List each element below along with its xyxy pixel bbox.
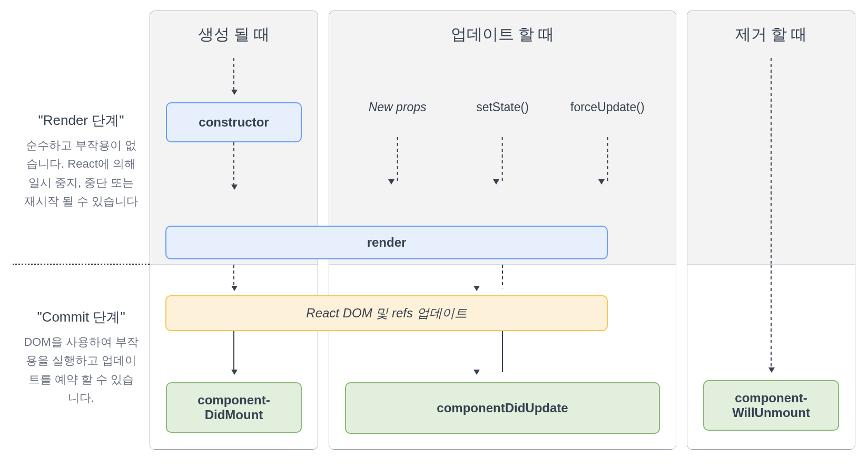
render-phase-label: "Render 단계" 순수하고 부작용이 없습니다. React에 의해 일시… xyxy=(13,58,150,264)
unmount-header: 제거 할 때 xyxy=(687,11,855,58)
arrow-mount-3 xyxy=(150,265,318,294)
render-box[interactable]: render xyxy=(165,226,608,259)
render-phase-description: 순수하고 부작용이 없습니다. React에 의해 일시 중지, 중단 또는 재… xyxy=(23,136,139,210)
update-header: 업데이트 할 때 xyxy=(329,11,676,58)
arrow-mount-2 xyxy=(150,142,318,195)
arrow-mount-4 xyxy=(150,330,318,380)
svg-marker-17 xyxy=(474,370,480,375)
commit-phase-title: "Commit 단계" xyxy=(23,308,139,326)
arrow-unmount-2 xyxy=(687,265,855,378)
commit-phase-description: DOM을 사용하여 부작용을 실행하고 업데이트를 예약 할 수 있습니다. xyxy=(23,333,139,407)
mount-header: 생성 될 때 xyxy=(150,11,318,58)
arrow-update-3 xyxy=(329,265,676,294)
phase-labels-column: "Render 단계" 순수하고 부작용이 없습니다. React에 의해 일시… xyxy=(13,11,150,450)
render-phase-title: "Render 단계" xyxy=(23,111,139,130)
svg-marker-1 xyxy=(231,90,238,95)
arrow-unmount-1 xyxy=(687,58,855,264)
svg-marker-15 xyxy=(474,286,480,291)
commit-phase-label: "Commit 단계" DOM을 사용하여 부작용을 실행하고 업데이트를 예약… xyxy=(13,265,150,450)
constructor-box[interactable]: constructor xyxy=(166,102,302,142)
force-update-trigger: force­Update() xyxy=(556,100,659,114)
arrow-mount-1 xyxy=(150,58,318,100)
component-will-unmount-box[interactable]: component­WillUnmount xyxy=(703,380,839,431)
arrow-update-4 xyxy=(329,330,676,380)
unmount-column: 제거 할 때 component­WillUnmount xyxy=(687,11,855,450)
new-props-trigger: New props xyxy=(346,100,449,114)
component-did-update-box[interactable]: componentDidUpdate xyxy=(345,382,660,434)
svg-marker-13 xyxy=(598,179,605,185)
react-dom-refs-update-box: React DOM 및 refs 업데이트 xyxy=(165,295,608,331)
arrow-update-setstate xyxy=(450,137,554,190)
svg-marker-5 xyxy=(231,286,238,291)
component-did-mount-box[interactable]: component­DidMount xyxy=(166,382,302,433)
svg-marker-11 xyxy=(493,179,499,185)
svg-marker-9 xyxy=(388,179,394,185)
svg-marker-3 xyxy=(231,185,238,190)
lifecycle-diagram: "Render 단계" 순수하고 부작용이 없습니다. React에 의해 일시… xyxy=(13,11,855,450)
lifecycle-columns: render React DOM 및 refs 업데이트 생성 될 때 cons… xyxy=(150,11,855,450)
svg-marker-7 xyxy=(231,370,238,375)
arrow-update-force xyxy=(556,137,659,190)
arrow-update-props xyxy=(346,137,449,190)
svg-marker-20 xyxy=(768,367,775,373)
set-state-trigger: setState() xyxy=(450,100,554,114)
